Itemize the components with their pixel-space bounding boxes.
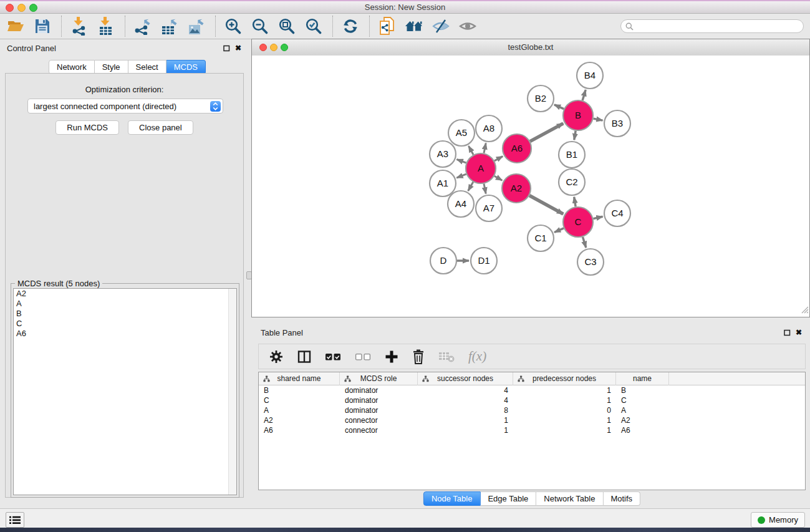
tab-style[interactable]: Style: [95, 60, 128, 74]
table-cell[interactable]: dominator: [340, 386, 418, 395]
import-network-button[interactable]: [69, 15, 90, 37]
open-session-button[interactable]: [5, 15, 26, 37]
deselect-all-columns-button[interactable]: [355, 352, 372, 361]
graph-node-C4[interactable]: C4: [604, 200, 630, 226]
zoom-selected-button[interactable]: [303, 15, 324, 37]
network-window-titlebar[interactable]: testGlobe.txt: [252, 39, 809, 56]
table-cell[interactable]: 4: [418, 396, 513, 405]
graph-edge-A-A7[interactable]: [484, 184, 486, 194]
run-mcds-button[interactable]: Run MCDS: [55, 120, 119, 135]
graph-node-B[interactable]: B: [563, 100, 593, 130]
graph-edge-A2-C[interactable]: [529, 196, 563, 215]
graph-edge-C-C2[interactable]: [574, 197, 576, 207]
graph-edge-B-B3[interactable]: [594, 118, 603, 120]
tab-motifs[interactable]: Motifs: [603, 491, 640, 506]
search-input[interactable]: [636, 21, 803, 31]
float-table-panel-button[interactable]: [783, 328, 791, 337]
graph-node-A4[interactable]: A4: [448, 191, 474, 217]
network-close-button[interactable]: [259, 44, 267, 51]
graph-node-C1[interactable]: C1: [528, 225, 554, 251]
graph-edge-C-C1[interactable]: [554, 228, 564, 233]
graph-node-A3[interactable]: A3: [430, 141, 456, 167]
graph-node-B4[interactable]: B4: [577, 62, 603, 89]
graph-node-A2[interactable]: A2: [502, 174, 531, 203]
table-cell[interactable]: C: [259, 396, 340, 405]
graph-node-A1[interactable]: A1: [430, 170, 456, 196]
table-cell[interactable]: 1: [513, 396, 616, 405]
graph-node-B1[interactable]: B1: [559, 142, 585, 168]
zoom-out-button[interactable]: [249, 15, 271, 37]
table-row[interactable]: A6connector11A6: [259, 425, 805, 435]
close-panel-button[interactable]: ✖: [234, 44, 243, 52]
table-options-button[interactable]: [269, 349, 284, 364]
graph-edge-A-A4[interactable]: [468, 182, 473, 191]
window-resize-grip[interactable]: [800, 305, 809, 316]
app-close-button[interactable]: [6, 4, 14, 12]
home-views-button[interactable]: [403, 15, 425, 37]
app-zoom-button[interactable]: [29, 4, 37, 12]
table-cell[interactable]: A6: [259, 426, 340, 435]
graph-edge-A-A5[interactable]: [469, 146, 474, 155]
close-table-panel-button[interactable]: ✖: [794, 328, 803, 337]
table-cell[interactable]: A: [259, 406, 340, 415]
delete-column-button[interactable]: [412, 349, 425, 364]
graph-node-C3[interactable]: C3: [577, 249, 604, 275]
graph-edge-C-C4[interactable]: [593, 216, 602, 218]
table-cell[interactable]: 1: [418, 416, 513, 425]
table-cell[interactable]: 1: [513, 386, 616, 395]
export-image-button[interactable]: [186, 15, 207, 37]
zoom-fit-button[interactable]: [276, 15, 297, 37]
import-table-button[interactable]: [95, 15, 117, 37]
tab-node-table[interactable]: Node Table: [423, 491, 481, 506]
mcds-result-item[interactable]: B: [14, 309, 236, 319]
add-column-button[interactable]: [385, 350, 398, 364]
table-cell[interactable]: A: [616, 406, 669, 415]
show-view-button[interactable]: [457, 15, 478, 37]
refresh-view-button[interactable]: [340, 15, 361, 37]
graph-node-A6[interactable]: A6: [503, 134, 531, 163]
graph-node-C[interactable]: C: [563, 207, 593, 237]
graph-node-A5[interactable]: A5: [448, 120, 475, 146]
table-cell[interactable]: C: [616, 396, 669, 405]
export-table-button[interactable]: [159, 15, 180, 37]
tab-edge-table[interactable]: Edge Table: [480, 491, 536, 506]
tab-network-table[interactable]: Network Table: [536, 491, 603, 506]
graph-node-A8[interactable]: A8: [476, 115, 502, 142]
network-canvas[interactable]: AA2A6BCA1A3A4A5A7A8B1B2B3B4C1C2C3C4DD1: [252, 56, 809, 317]
save-session-button[interactable]: [32, 15, 53, 37]
network-zoom-button[interactable]: [281, 44, 288, 51]
graph-edge-B-B4[interactable]: [582, 90, 586, 100]
table-cell[interactable]: 1: [513, 426, 616, 435]
graph-edge-B-B1[interactable]: [574, 131, 576, 140]
graph-edge-B-B2[interactable]: [554, 105, 564, 109]
table-row[interactable]: Adominator80A: [259, 405, 805, 415]
criterion-dropdown[interactable]: largest connected component (directed): [27, 99, 223, 114]
column-header-shared-name[interactable]: shared name: [259, 372, 340, 385]
close-mcds-panel-button[interactable]: Close panel: [128, 120, 193, 135]
table-cell[interactable]: 8: [418, 406, 513, 415]
graph-edge-A-A2[interactable]: [494, 176, 503, 180]
column-header-MCDS-role[interactable]: MCDS role: [340, 372, 418, 385]
graph-node-C2[interactable]: C2: [559, 169, 585, 195]
search-field[interactable]: [620, 19, 804, 33]
tab-mcds[interactable]: MCDS: [166, 60, 206, 74]
network-graph[interactable]: AA2A6BCA1A3A4A5A7A8B1B2B3B4C1C2C3C4DD1: [252, 56, 809, 317]
tab-select[interactable]: Select: [128, 60, 166, 74]
graph-edge-C-C3[interactable]: [583, 237, 586, 248]
graph-edge-A-A1[interactable]: [456, 174, 466, 178]
delete-table-button[interactable]: [438, 351, 455, 363]
function-builder-button[interactable]: f(x): [468, 349, 486, 364]
select-all-columns-button[interactable]: [325, 352, 342, 361]
app-minimize-button[interactable]: [17, 4, 26, 12]
column-header-successor-nodes[interactable]: successor nodes: [418, 372, 513, 385]
result-scrollbar[interactable]: [228, 289, 236, 495]
table-cell[interactable]: dominator: [340, 396, 418, 405]
mcds-result-item[interactable]: A6: [14, 329, 236, 339]
table-cell[interactable]: A2: [259, 416, 340, 425]
export-network-button[interactable]: [132, 15, 153, 37]
column-selector-button[interactable]: [297, 349, 312, 364]
table-row[interactable]: A2connector11A2: [259, 415, 805, 425]
graph-node-D1[interactable]: D1: [471, 248, 497, 274]
graph-edge-A-A8[interactable]: [484, 143, 486, 153]
table-cell[interactable]: 0: [513, 406, 616, 415]
